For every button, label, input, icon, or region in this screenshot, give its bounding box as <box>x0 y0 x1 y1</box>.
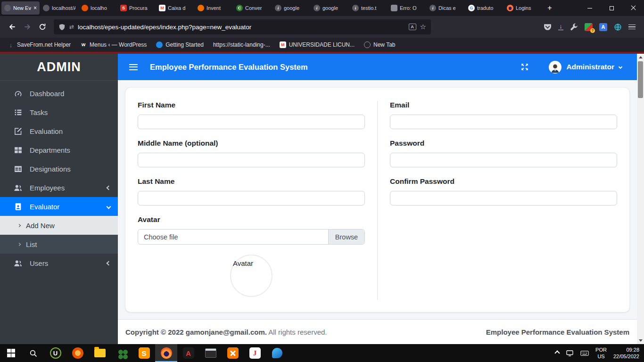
clock-time: 09:28 <box>613 346 639 353</box>
window-close-button[interactable] <box>622 0 644 16</box>
chevron-left-icon <box>107 261 111 265</box>
bookmark-item[interactable]: New Tab <box>359 38 400 52</box>
window-controls <box>579 0 644 16</box>
bookmark-item[interactable]: Getting Started <box>151 38 208 52</box>
scrollbar-thumb[interactable] <box>638 61 643 98</box>
translate-extension-icon[interactable]: A <box>599 23 607 31</box>
sidebar-toggle-button[interactable] <box>129 64 138 70</box>
sidebar-subitem-list[interactable]: List <box>0 235 118 254</box>
sidebar-item-employees[interactable]: Employees <box>0 178 118 197</box>
sidebar-item-tasks[interactable]: Tasks <box>0 103 118 122</box>
page-scrollbar[interactable] <box>637 54 644 344</box>
maximize-icon <box>610 6 614 10</box>
start-button[interactable] <box>0 344 22 362</box>
tracking-protection-shield-icon[interactable] <box>58 24 66 31</box>
last-name-input[interactable] <box>138 191 365 206</box>
url-text[interactable]: localhost/epes-updated/epes/index.php?pa… <box>78 24 405 31</box>
app-blue-icon <box>272 348 282 358</box>
bookmark-item[interactable]: ↓ SaveFrom.net Helper <box>3 38 75 52</box>
taskbar-app-clover[interactable] <box>111 344 133 362</box>
bookmark-star-icon[interactable]: ☆ <box>420 23 426 31</box>
sidebar-item-departments[interactable]: Departments <box>0 140 118 159</box>
taskbar-terminal[interactable] <box>199 344 222 362</box>
browser-tab[interactable]: M Caixa d <box>156 1 194 15</box>
taskbar-app-u[interactable]: U <box>44 344 66 362</box>
browser-tab[interactable]: G traduto <box>465 1 504 15</box>
display-icon[interactable] <box>566 350 574 357</box>
browser-tab[interactable]: i google <box>272 1 310 15</box>
browser-tab[interactable]: i testio.t <box>349 1 388 15</box>
keyboard-icon[interactable] <box>580 351 589 356</box>
app-title: Employee Performance Evaluation System <box>150 63 308 72</box>
pocket-icon[interactable] <box>544 23 552 31</box>
avatar-file-input[interactable]: Choose file Browse <box>138 229 365 245</box>
sidebar-item-evaluator[interactable]: Evaluator <box>0 197 118 216</box>
back-button[interactable] <box>5 19 20 34</box>
email-input[interactable] <box>390 115 617 129</box>
bookmark-item[interactable]: M UNIVERSIDADE LICUN... <box>275 38 359 52</box>
downloads-icon[interactable]: ↓ <box>558 24 563 30</box>
password-input[interactable] <box>390 153 617 167</box>
taskbar-file-explorer[interactable] <box>89 344 111 362</box>
browse-button[interactable]: Browse <box>328 230 364 244</box>
sidebar-item-label: Add New <box>26 222 55 230</box>
browser-tab[interactable]: i Dicas e <box>427 1 465 15</box>
bookmark-item[interactable]: W Menus ‹ — WordPress <box>75 38 151 52</box>
sidebar-item-evaluation[interactable]: Evaluation <box>0 122 118 140</box>
browser-menu-icon[interactable] <box>628 25 636 30</box>
browser-tab[interactable]: Invent <box>195 1 233 15</box>
bookmark-favicon: M <box>280 41 286 48</box>
browser-tab[interactable]: New Eval × <box>1 1 40 15</box>
tab-favicon: i <box>429 5 436 11</box>
taskbar-clock[interactable]: 09:28 22/05/2022 <box>613 346 639 360</box>
chevron-down-icon <box>107 204 111 209</box>
bookmark-item[interactable]: https://static-landing-... <box>208 38 275 52</box>
sidebar-subitem-add-new[interactable]: Add New <box>0 216 118 235</box>
browser-tab[interactable]: Erro: O <box>388 1 426 15</box>
taskbar-firefox[interactable] <box>155 344 177 362</box>
chevron-right-icon <box>17 242 21 246</box>
taskbar-app-blue[interactable] <box>266 344 288 362</box>
window-maximize-button[interactable] <box>601 0 622 16</box>
tab-favicon: G <box>468 5 475 11</box>
extension-badge-icon[interactable]: ? <box>585 23 593 31</box>
windows-logo-icon <box>7 349 16 357</box>
browser-tab[interactable]: localhost/A <box>40 1 78 15</box>
confirm-password-input[interactable] <box>390 191 617 206</box>
middle-name-input[interactable] <box>138 153 365 167</box>
tools-wrench-icon[interactable] <box>570 23 578 31</box>
scrollbar-down-arrow[interactable] <box>637 337 644 344</box>
translate-page-icon[interactable]: A <box>409 24 416 30</box>
new-tab-button[interactable]: + <box>543 1 557 15</box>
language-indicator[interactable]: POR US <box>595 346 607 360</box>
taskbar-app-a[interactable]: A <box>177 344 199 362</box>
taskbar-app-orange[interactable] <box>66 344 89 362</box>
taskbar-search-button[interactable] <box>22 344 44 362</box>
taskbar-app-j[interactable]: J <box>244 344 266 362</box>
forward-button[interactable] <box>20 19 35 34</box>
scrollbar-up-arrow[interactable] <box>637 54 644 61</box>
fullscreen-button[interactable] <box>520 63 529 71</box>
browser-tab[interactable]: S Procura <box>117 1 156 15</box>
refresh-button[interactable] <box>35 19 50 34</box>
sidebar-item-dashboard[interactable]: Dashboard <box>0 84 118 103</box>
user-menu[interactable]: Administrator <box>549 61 622 74</box>
globe-extension-icon[interactable] <box>614 23 622 31</box>
url-bar[interactable]: ⇄ localhost/epes-updated/epes/index.php?… <box>54 19 431 34</box>
sidebar-brand[interactable]: ADMIN <box>0 54 118 81</box>
edit-icon <box>13 127 23 135</box>
window-minimize-button[interactable] <box>579 0 601 16</box>
first-name-input[interactable] <box>138 115 365 129</box>
tray-expand-icon[interactable] <box>554 350 560 355</box>
browser-tab[interactable]: localho <box>79 1 117 15</box>
connection-security-icon[interactable]: ⇄ <box>69 24 74 30</box>
taskbar-app-sublime[interactable]: S <box>133 344 155 362</box>
browser-tab[interactable]: Logins <box>504 1 542 15</box>
taskbar-app-orange-box[interactable] <box>222 344 244 362</box>
browser-tab[interactable]: C Conver <box>233 1 272 15</box>
browser-tab[interactable]: i google <box>311 1 349 15</box>
sidebar-item-designations[interactable]: Designations <box>0 159 118 178</box>
tab-close-icon[interactable]: × <box>33 5 37 11</box>
sidebar-item-users[interactable]: Users <box>0 254 118 272</box>
tab-label: google <box>322 5 346 11</box>
